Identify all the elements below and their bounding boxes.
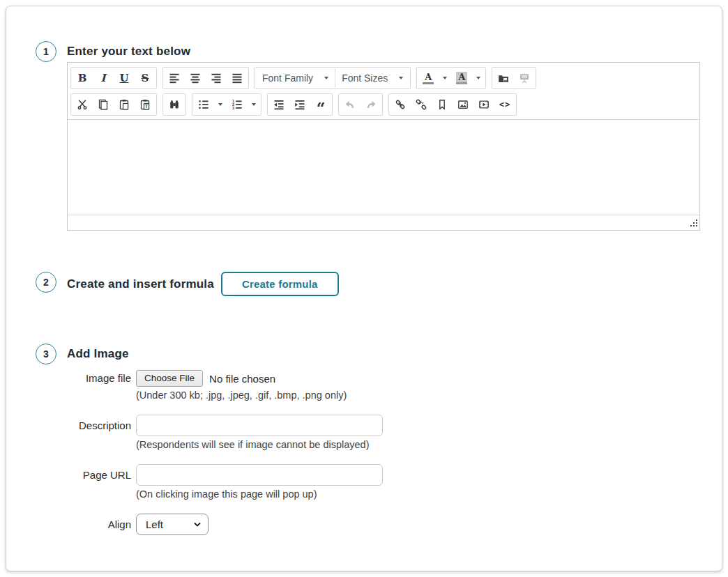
image-manager-folder-icon — [498, 72, 509, 84]
align-row: Align Left — [67, 514, 722, 535]
history-group — [338, 93, 383, 116]
align-justify-button[interactable] — [227, 68, 248, 88]
step-3-title: Add Image — [67, 344, 722, 364]
format-group: B I U S — [70, 67, 157, 89]
align-selected-value: Left — [146, 518, 163, 530]
align-group — [162, 67, 249, 89]
font-sizes-label: Font Sizes — [342, 72, 388, 84]
italic-icon: I — [100, 73, 105, 84]
font-sizes-select[interactable]: Font Sizes — [335, 68, 409, 88]
insert-preview-group — [492, 67, 536, 89]
text-color-group: A A — [416, 67, 486, 89]
insert-image-button[interactable] — [453, 95, 473, 114]
preview-screen-icon — [519, 72, 530, 84]
editor-statusbar — [68, 215, 699, 230]
insert-link-button[interactable] — [390, 95, 411, 114]
align-left-button[interactable] — [164, 68, 185, 88]
chevron-down-icon — [476, 77, 480, 79]
page-url-input[interactable] — [136, 464, 383, 486]
undo-icon — [344, 99, 356, 110]
image-file-row: Image file Choose File No file chosen (U… — [67, 370, 722, 401]
align-right-button[interactable] — [206, 68, 227, 88]
editor-toolbar: B I U S — [68, 63, 699, 120]
align-right-icon — [211, 72, 222, 84]
align-left-icon — [169, 72, 180, 84]
description-row: Description (Respondents will see if ima… — [67, 415, 722, 450]
chevron-down-icon — [324, 77, 328, 79]
numbered-list-caret-button[interactable] — [248, 95, 260, 114]
description-input[interactable] — [136, 415, 383, 436]
align-select[interactable]: Left — [136, 514, 208, 535]
paste-icon — [119, 99, 130, 110]
background-color-button[interactable]: A — [451, 68, 472, 88]
anchor-button[interactable] — [432, 95, 453, 114]
paste-button[interactable] — [114, 95, 135, 114]
source-code-icon: <> — [499, 100, 510, 109]
resize-grip-icon[interactable] — [688, 218, 697, 227]
find-group — [162, 93, 186, 116]
bold-button[interactable]: B — [72, 68, 93, 88]
redo-icon — [365, 99, 377, 110]
background-color-caret-button[interactable] — [472, 68, 485, 88]
cut-button[interactable] — [72, 95, 93, 114]
font-group: Font Family Font Sizes — [255, 67, 411, 89]
rich-text-editor: B I U S — [67, 62, 700, 231]
copy-icon — [98, 99, 109, 110]
page-url-hint: (On clicking image this page will pop up… — [136, 488, 722, 500]
font-family-select[interactable]: Font Family — [256, 68, 335, 88]
page-url-label: Page URL — [67, 464, 131, 486]
redo-button[interactable] — [361, 95, 381, 114]
numbered-list-icon: 1 2 3 — [232, 99, 243, 110]
svg-text:3: 3 — [232, 106, 234, 110]
bullet-list-button[interactable] — [193, 95, 214, 114]
numbered-list-button[interactable]: 1 2 3 — [227, 95, 248, 114]
insert-media-icon — [478, 99, 490, 110]
clipboard-group: T — [70, 93, 157, 116]
text-color-caret-button[interactable] — [439, 68, 451, 88]
step-3-badge: 3 — [36, 344, 56, 364]
italic-button[interactable]: I — [93, 68, 114, 88]
preview-button[interactable] — [514, 68, 535, 88]
toolbar-row-2: T — [70, 91, 697, 118]
underline-button[interactable]: U — [114, 68, 135, 88]
increase-indent-button[interactable] — [289, 95, 310, 114]
background-color-icon: A — [456, 72, 467, 84]
strikethrough-button[interactable]: S — [135, 68, 156, 88]
editor-content-area[interactable] — [68, 120, 699, 215]
copy-button[interactable] — [93, 95, 114, 114]
description-hint: (Respondents will see if image cannot be… — [136, 439, 722, 450]
insert-link-icon — [395, 99, 406, 110]
bullet-list-icon — [198, 99, 209, 110]
blockquote-icon: “ — [317, 105, 326, 111]
svg-text:T: T — [145, 104, 149, 109]
align-center-button[interactable] — [185, 68, 206, 88]
insert-media-button[interactable] — [473, 95, 494, 114]
align-center-icon — [190, 72, 201, 84]
source-code-button[interactable]: <> — [494, 95, 515, 114]
increase-indent-icon — [294, 99, 305, 110]
chevron-down-icon — [443, 77, 447, 79]
undo-button[interactable] — [340, 95, 361, 114]
remove-link-icon — [416, 99, 427, 110]
chevron-down-icon — [218, 103, 222, 106]
step-2-section: 2 Create and insert formula Create formu… — [6, 272, 722, 296]
text-color-button[interactable]: A — [418, 68, 439, 88]
decrease-indent-button[interactable] — [268, 95, 289, 114]
chevron-down-icon — [399, 77, 403, 79]
create-formula-button[interactable]: Create formula — [221, 272, 339, 296]
blockquote-button[interactable]: “ — [310, 95, 331, 114]
remove-link-button[interactable] — [411, 95, 432, 114]
step-1-number: 1 — [43, 46, 49, 57]
find-replace-button[interactable] — [164, 95, 185, 114]
step-1-title: Enter your text below — [67, 41, 722, 62]
file-status-text: No file chosen — [209, 373, 275, 385]
step-3-number: 3 — [43, 348, 49, 360]
bullet-list-caret-button[interactable] — [214, 95, 227, 114]
image-manager-button[interactable] — [493, 68, 514, 88]
strikethrough-icon: S — [142, 73, 149, 84]
find-replace-binoculars-icon — [169, 99, 180, 110]
choose-file-button[interactable]: Choose File — [136, 370, 203, 387]
decrease-indent-icon — [273, 99, 285, 110]
paste-as-text-button[interactable]: T — [135, 95, 156, 114]
step-2-number: 2 — [43, 277, 49, 288]
